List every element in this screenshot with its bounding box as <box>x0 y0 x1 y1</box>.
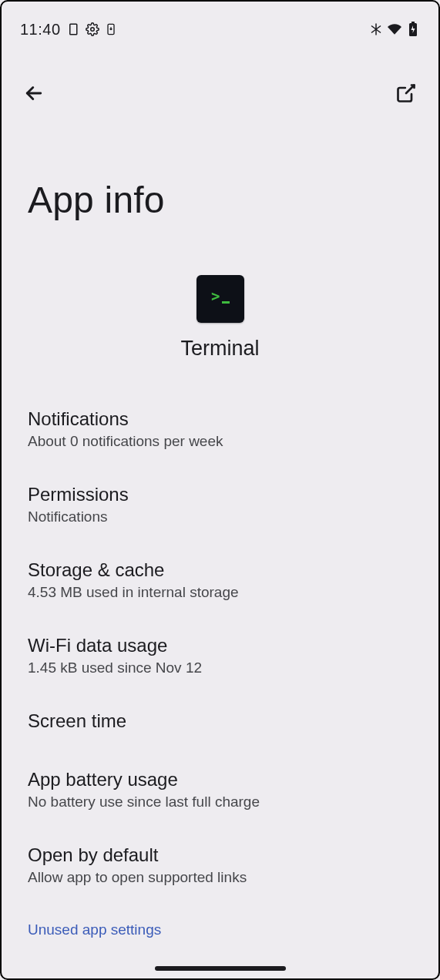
setting-sub: No battery use since last full charge <box>28 794 412 811</box>
setting-wifi-data[interactable]: Wi-Fi data usage 1.45 kB used since Nov … <box>28 618 412 693</box>
battery-icon <box>406 22 420 36</box>
app-name: Terminal <box>180 337 259 361</box>
page-title: App info <box>2 117 438 237</box>
setting-sub: 4.53 MB used in internal storage <box>28 584 412 601</box>
update-icon <box>104 22 118 36</box>
section-unused-app-settings: Unused app settings <box>28 903 412 938</box>
status-time: 11:40 <box>20 21 61 39</box>
arrow-left-icon <box>22 82 45 107</box>
svg-rect-0 <box>69 24 76 35</box>
svg-text:>: > <box>211 287 220 304</box>
app-header: > Terminal <box>2 275 438 361</box>
setting-title: Permissions <box>28 484 412 505</box>
top-bar <box>2 48 438 117</box>
setting-title: Open by default <box>28 844 412 866</box>
setting-sub: About 0 notifications per week <box>28 433 412 450</box>
status-bar-left: 11:40 <box>20 21 118 39</box>
setting-notifications[interactable]: Notifications About 0 notifications per … <box>28 391 412 467</box>
setting-permissions[interactable]: Permissions Notifications <box>28 467 412 542</box>
settings-list: Notifications About 0 notifications per … <box>2 391 438 938</box>
setting-title: Storage & cache <box>28 559 412 581</box>
setting-title: Notifications <box>28 408 412 430</box>
svg-point-1 <box>90 28 94 32</box>
svg-rect-6 <box>222 301 230 304</box>
gear-icon <box>86 22 99 36</box>
setting-screen-time[interactable]: Screen time <box>28 693 412 752</box>
open-external-button[interactable] <box>391 79 422 109</box>
setting-title: Screen time <box>28 710 412 732</box>
wifi-icon <box>388 22 401 36</box>
setting-sub: Notifications <box>28 508 412 525</box>
setting-title: Wi-Fi data usage <box>28 635 412 656</box>
setting-sub: 1.45 kB used since Nov 12 <box>28 659 412 676</box>
status-bar: 11:40 <box>2 2 438 48</box>
snowflake-icon <box>369 22 383 36</box>
status-bar-right <box>369 22 420 36</box>
setting-sub: Allow app to open supported links <box>28 869 412 886</box>
setting-app-battery[interactable]: App battery usage No battery use since l… <box>28 752 412 827</box>
setting-open-by-default[interactable]: Open by default Allow app to open suppor… <box>28 827 412 903</box>
back-button[interactable] <box>18 79 49 109</box>
setting-title: App battery usage <box>28 769 412 790</box>
nav-handle[interactable] <box>155 966 286 971</box>
app-icon: > <box>196 275 244 323</box>
setting-storage[interactable]: Storage & cache 4.53 MB used in internal… <box>28 542 412 618</box>
svg-rect-4 <box>411 22 415 23</box>
external-link-icon <box>395 82 417 106</box>
screen-icon <box>67 22 81 36</box>
